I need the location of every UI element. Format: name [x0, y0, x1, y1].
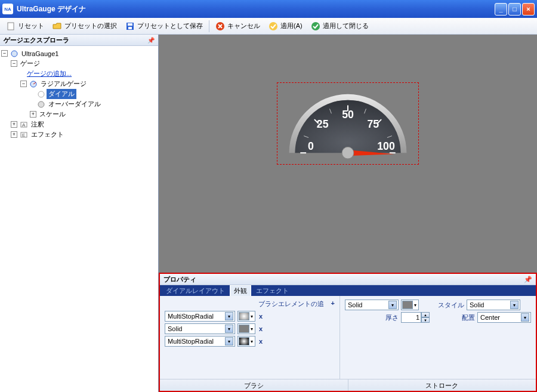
explorer-title: ゲージエクスプローラ [4, 36, 69, 45]
tab-dial-layout[interactable]: ダイアルレイアウト [162, 286, 229, 296]
properties-title: プロパティ [163, 275, 196, 284]
thickness-input[interactable] [401, 312, 421, 323]
footer-stroke-tab[interactable]: ストローク [348, 379, 536, 391]
save-preset-button[interactable]: プリセットとして保存 [122, 20, 206, 33]
stroke-column: Solid ▾ ▾ スタイル Solid ▾ [340, 296, 536, 379]
svg-point-11 [38, 101, 44, 107]
chevron-down-icon: ▾ [249, 326, 254, 332]
collapse-icon[interactable]: − [20, 81, 27, 87]
tree-dial[interactable]: ダイアル [1, 89, 157, 99]
brush-color-swatch [239, 337, 249, 345]
toolbar-separator [209, 20, 209, 32]
window-title: UltraGauge デザイナ [17, 4, 495, 14]
app-icon: NA [2, 4, 13, 14]
chevron-down-icon: ▾ [249, 314, 254, 319]
gauge-root-icon [10, 50, 18, 58]
pin-icon[interactable]: 📌 [147, 37, 155, 44]
brush-type-dropdown[interactable]: MultiStopRadial▾ [165, 311, 235, 322]
brush-color-button[interactable]: ▾ [237, 336, 255, 347]
brush-color-button[interactable]: ▾ [237, 311, 255, 322]
svg-point-10 [38, 91, 44, 97]
tree-over-dial[interactable]: オーバーダイアル [1, 99, 157, 109]
brush-row: MultiStopRadial▾▾x [165, 311, 335, 322]
tree-annotation[interactable]: + A 注釈 [1, 119, 157, 129]
collapse-icon[interactable]: − [1, 50, 8, 57]
brush-type-dropdown[interactable]: MultiStopRadial▾ [165, 336, 235, 347]
style-label: スタイル [436, 301, 464, 310]
remove-brush-button[interactable]: x [258, 313, 264, 320]
chevron-down-icon: ▾ [510, 301, 519, 309]
tick-25: 25 [317, 118, 329, 130]
select-preset-button[interactable]: プリセットの選択 [49, 20, 121, 33]
spinner-up-icon[interactable]: ▲ [421, 312, 430, 317]
folder-open-icon [53, 21, 62, 31]
tree-scale[interactable]: + スケール [1, 109, 157, 119]
remove-brush-button[interactable]: x [258, 338, 264, 345]
stroke-type-dropdown[interactable]: Solid ▾ [345, 300, 399, 310]
add-gauge-link[interactable]: ゲージの追加... [25, 69, 73, 79]
expand-icon[interactable]: + [11, 131, 17, 138]
stroke-style-value: Solid [470, 301, 484, 308]
svg-point-25 [342, 147, 354, 159]
brush-color-swatch [239, 325, 249, 333]
stroke-type-value: Solid [348, 301, 362, 308]
spinner-down-icon[interactable]: ▼ [421, 317, 430, 323]
expand-icon[interactable]: + [30, 111, 36, 118]
tree-add-gauge[interactable]: ゲージの追加... [1, 69, 157, 79]
chevron-down-icon: ▾ [413, 303, 418, 308]
select-preset-label: プリセットの選択 [64, 21, 117, 30]
chevron-down-icon: ▾ [225, 325, 233, 333]
remove-brush-button[interactable]: x [258, 325, 264, 332]
tree-root[interactable]: − UltraGauge1 [1, 48, 157, 58]
cancel-label: キャンセル [227, 21, 260, 30]
effect-label: エフェクト [29, 129, 66, 140]
cancel-button[interactable]: キャンセル [212, 20, 264, 33]
properties-panel: プロパティ 📌 ダイアルレイアウト 外観 エフェクト ブラシエレメントの追 + … [159, 273, 537, 392]
tree-effect[interactable]: + E エフェクト [1, 129, 157, 140]
pin-icon[interactable]: 📌 [524, 276, 532, 283]
svg-text:A: A [22, 122, 26, 128]
brush-color-button[interactable]: ▾ [237, 323, 255, 334]
svg-point-6 [311, 22, 320, 30]
stroke-align-dropdown[interactable]: Center ▾ [477, 312, 531, 323]
reset-button[interactable]: リセット [2, 20, 48, 33]
collapse-icon[interactable]: − [11, 60, 17, 67]
align-label: 配置 [446, 313, 475, 322]
design-canvas[interactable]: 0 25 50 75 100 [159, 35, 537, 273]
tree-radial-gauge[interactable]: − ラジアルゲージ [1, 79, 157, 89]
tick-50: 50 [342, 109, 354, 121]
chevron-down-icon: ▾ [249, 339, 254, 344]
tree-gauges[interactable]: − ゲージ [1, 58, 157, 69]
effect-icon: E [20, 131, 28, 139]
toolbar: リセット プリセットの選択 プリセットとして保存 キャンセル 適用(A) 適用し… [0, 18, 537, 35]
apply-button[interactable]: 適用(A) [265, 20, 306, 33]
titlebar: NA UltraGauge デザイナ _ □ × [0, 0, 537, 18]
close-button[interactable]: × [522, 3, 535, 16]
radial-gauge-icon [29, 80, 38, 88]
stroke-style-dropdown[interactable]: Solid ▾ [467, 300, 520, 310]
dial-icon [37, 90, 45, 98]
chevron-down-icon: ▾ [388, 301, 397, 309]
apply-close-button[interactable]: 適用して閉じる [307, 20, 372, 33]
tab-effect[interactable]: エフェクト [252, 286, 292, 296]
footer-brush-tab[interactable]: ブラシ [160, 379, 348, 391]
apply-label: 適用(A) [280, 21, 303, 30]
minimize-button[interactable]: _ [495, 3, 507, 16]
main-area: ゲージエクスプローラ 📌 − UltraGauge1 − ゲージ ゲージの追加.… [0, 35, 537, 392]
tab-appearance[interactable]: 外観 [230, 285, 251, 296]
tick-0: 0 [308, 140, 314, 152]
gauge-selection-box[interactable]: 0 25 50 75 100 [277, 82, 419, 165]
maximize-button[interactable]: □ [508, 3, 521, 16]
svg-point-7 [11, 51, 17, 57]
brush-type-value: MultiStopRadial [168, 313, 214, 320]
add-brush-button[interactable]: + [331, 300, 335, 307]
thickness-spinner[interactable]: ▲ ▼ [401, 312, 430, 323]
brush-row: Solid▾▾x [165, 323, 335, 334]
page-icon [6, 21, 16, 31]
apply-close-icon [311, 21, 320, 31]
expand-icon[interactable]: + [11, 121, 17, 128]
brush-row: MultiStopRadial▾▾x [165, 336, 335, 347]
apply-icon [268, 21, 278, 31]
stroke-color-button[interactable]: ▾ [401, 300, 419, 310]
brush-type-dropdown[interactable]: Solid▾ [165, 323, 235, 334]
